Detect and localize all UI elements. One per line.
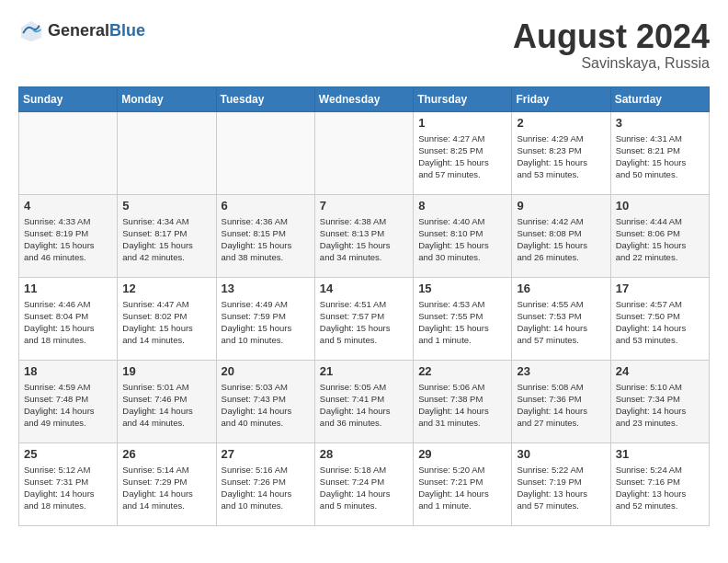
header-row: SundayMondayTuesdayWednesdayThursdayFrid… — [19, 86, 710, 111]
day-number: 11 — [24, 282, 112, 295]
day-number: 8 — [418, 199, 506, 213]
day-info: Sunrise: 4:27 AM Sunset: 8:25 PM Dayligh… — [418, 132, 506, 181]
day-number: 23 — [517, 364, 605, 378]
day-info: Sunrise: 4:38 AM Sunset: 8:13 PM Dayligh… — [320, 215, 408, 264]
calendar-week-2: 11Sunrise: 4:46 AM Sunset: 8:04 PM Dayli… — [19, 277, 710, 360]
calendar-cell: 28Sunrise: 5:18 AM Sunset: 7:24 PM Dayli… — [314, 442, 413, 525]
calendar-header: SundayMondayTuesdayWednesdayThursdayFrid… — [19, 86, 710, 111]
day-info: Sunrise: 5:03 AM Sunset: 7:43 PM Dayligh… — [222, 381, 310, 430]
calendar-cell: 20Sunrise: 5:03 AM Sunset: 7:43 PM Dayli… — [216, 360, 314, 442]
day-number: 24 — [616, 364, 704, 378]
day-info: Sunrise: 4:49 AM Sunset: 7:59 PM Dayligh… — [222, 298, 310, 347]
day-info: Sunrise: 4:57 AM Sunset: 7:50 PM Dayligh… — [616, 298, 704, 347]
day-number: 12 — [122, 282, 210, 295]
page-header: GeneralBlue August 2024 Savinskaya, Russ… — [18, 18, 710, 72]
day-number: 4 — [24, 199, 112, 213]
day-number: 22 — [418, 364, 506, 378]
day-info: Sunrise: 5:22 AM Sunset: 7:19 PM Dayligh… — [517, 464, 605, 512]
day-info: Sunrise: 5:06 AM Sunset: 7:38 PM Dayligh… — [418, 381, 506, 430]
calendar-cell: 3Sunrise: 4:31 AM Sunset: 8:21 PM Daylig… — [610, 111, 709, 194]
col-header-sunday: Sunday — [19, 86, 118, 111]
day-number: 19 — [122, 364, 210, 378]
day-info: Sunrise: 4:44 AM Sunset: 8:06 PM Dayligh… — [616, 215, 704, 264]
day-info: Sunrise: 5:20 AM Sunset: 7:21 PM Dayligh… — [418, 464, 506, 512]
day-number: 28 — [320, 447, 408, 461]
calendar-cell: 29Sunrise: 5:20 AM Sunset: 7:21 PM Dayli… — [414, 442, 512, 525]
calendar-cell — [216, 111, 314, 194]
day-info: Sunrise: 4:55 AM Sunset: 7:53 PM Dayligh… — [517, 298, 605, 347]
location-subtitle: Savinskaya, Russia — [513, 55, 710, 72]
calendar-cell: 2Sunrise: 4:29 AM Sunset: 8:23 PM Daylig… — [512, 111, 610, 194]
calendar-cell: 10Sunrise: 4:44 AM Sunset: 8:06 PM Dayli… — [610, 194, 709, 277]
calendar-cell: 4Sunrise: 4:33 AM Sunset: 8:19 PM Daylig… — [19, 194, 118, 277]
calendar-cell: 11Sunrise: 4:46 AM Sunset: 8:04 PM Dayli… — [19, 277, 118, 360]
day-info: Sunrise: 4:29 AM Sunset: 8:23 PM Dayligh… — [517, 132, 605, 181]
day-number: 30 — [517, 447, 605, 461]
day-number: 20 — [222, 364, 310, 378]
calendar-cell: 6Sunrise: 4:36 AM Sunset: 8:15 PM Daylig… — [216, 194, 314, 277]
day-info: Sunrise: 4:51 AM Sunset: 7:57 PM Dayligh… — [320, 298, 408, 347]
day-info: Sunrise: 4:59 AM Sunset: 7:48 PM Dayligh… — [24, 381, 112, 430]
day-number: 10 — [616, 199, 704, 213]
logo-icon — [18, 18, 44, 44]
day-info: Sunrise: 4:36 AM Sunset: 8:15 PM Dayligh… — [222, 215, 310, 264]
calendar-cell: 22Sunrise: 5:06 AM Sunset: 7:38 PM Dayli… — [414, 360, 512, 442]
col-header-friday: Friday — [512, 86, 610, 111]
day-number: 29 — [418, 447, 506, 461]
calendar-cell — [314, 111, 413, 194]
day-info: Sunrise: 4:42 AM Sunset: 8:08 PM Dayligh… — [517, 215, 605, 264]
day-info: Sunrise: 5:05 AM Sunset: 7:41 PM Dayligh… — [320, 381, 408, 430]
col-header-saturday: Saturday — [610, 86, 709, 111]
day-info: Sunrise: 5:24 AM Sunset: 7:16 PM Dayligh… — [616, 464, 704, 512]
day-info: Sunrise: 4:53 AM Sunset: 7:55 PM Dayligh… — [418, 298, 506, 347]
day-number: 31 — [616, 447, 704, 461]
calendar-week-1: 4Sunrise: 4:33 AM Sunset: 8:19 PM Daylig… — [19, 194, 710, 277]
calendar-cell: 31Sunrise: 5:24 AM Sunset: 7:16 PM Dayli… — [610, 442, 709, 525]
day-number: 18 — [24, 364, 112, 378]
day-info: Sunrise: 5:12 AM Sunset: 7:31 PM Dayligh… — [24, 464, 112, 512]
day-number: 6 — [222, 199, 310, 213]
calendar-week-4: 25Sunrise: 5:12 AM Sunset: 7:31 PM Dayli… — [19, 442, 710, 525]
day-info: Sunrise: 4:31 AM Sunset: 8:21 PM Dayligh… — [616, 132, 704, 181]
calendar-cell — [118, 111, 216, 194]
day-info: Sunrise: 4:47 AM Sunset: 8:02 PM Dayligh… — [122, 298, 210, 347]
calendar-body: 1Sunrise: 4:27 AM Sunset: 8:25 PM Daylig… — [19, 111, 710, 525]
calendar-cell: 23Sunrise: 5:08 AM Sunset: 7:36 PM Dayli… — [512, 360, 610, 442]
calendar-cell: 17Sunrise: 4:57 AM Sunset: 7:50 PM Dayli… — [610, 277, 709, 360]
calendar-cell: 1Sunrise: 4:27 AM Sunset: 8:25 PM Daylig… — [414, 111, 512, 194]
calendar-cell: 19Sunrise: 5:01 AM Sunset: 7:46 PM Dayli… — [118, 360, 216, 442]
calendar-cell: 16Sunrise: 4:55 AM Sunset: 7:53 PM Dayli… — [512, 277, 610, 360]
calendar-cell: 18Sunrise: 4:59 AM Sunset: 7:48 PM Dayli… — [19, 360, 118, 442]
col-header-monday: Monday — [118, 86, 216, 111]
day-number: 27 — [222, 447, 310, 461]
calendar-cell: 26Sunrise: 5:14 AM Sunset: 7:29 PM Dayli… — [118, 442, 216, 525]
col-header-wednesday: Wednesday — [314, 86, 413, 111]
calendar-cell: 8Sunrise: 4:40 AM Sunset: 8:10 PM Daylig… — [414, 194, 512, 277]
calendar-cell: 14Sunrise: 4:51 AM Sunset: 7:57 PM Dayli… — [314, 277, 413, 360]
day-number: 15 — [418, 282, 506, 295]
day-number: 17 — [616, 282, 704, 295]
day-number: 16 — [517, 282, 605, 295]
title-block: August 2024 Savinskaya, Russia — [513, 18, 710, 72]
calendar-cell: 27Sunrise: 5:16 AM Sunset: 7:26 PM Dayli… — [216, 442, 314, 525]
calendar-cell: 5Sunrise: 4:34 AM Sunset: 8:17 PM Daylig… — [118, 194, 216, 277]
day-number: 14 — [320, 282, 408, 295]
day-number: 3 — [616, 116, 704, 130]
col-header-thursday: Thursday — [414, 86, 512, 111]
calendar-cell: 9Sunrise: 4:42 AM Sunset: 8:08 PM Daylig… — [512, 194, 610, 277]
col-header-tuesday: Tuesday — [216, 86, 314, 111]
day-info: Sunrise: 4:33 AM Sunset: 8:19 PM Dayligh… — [24, 215, 112, 264]
month-title: August 2024 — [513, 18, 710, 55]
day-number: 7 — [320, 199, 408, 213]
day-info: Sunrise: 5:08 AM Sunset: 7:36 PM Dayligh… — [517, 381, 605, 430]
calendar-cell: 12Sunrise: 4:47 AM Sunset: 8:02 PM Dayli… — [118, 277, 216, 360]
day-number: 13 — [222, 282, 310, 295]
day-number: 26 — [122, 447, 210, 461]
calendar-table: SundayMondayTuesdayWednesdayThursdayFrid… — [18, 86, 710, 526]
calendar-cell: 25Sunrise: 5:12 AM Sunset: 7:31 PM Dayli… — [19, 442, 118, 525]
calendar-cell: 24Sunrise: 5:10 AM Sunset: 7:34 PM Dayli… — [610, 360, 709, 442]
day-info: Sunrise: 4:40 AM Sunset: 8:10 PM Dayligh… — [418, 215, 506, 264]
calendar-week-3: 18Sunrise: 4:59 AM Sunset: 7:48 PM Dayli… — [19, 360, 710, 442]
logo-general-text: General — [48, 21, 109, 40]
day-number: 2 — [517, 116, 605, 130]
